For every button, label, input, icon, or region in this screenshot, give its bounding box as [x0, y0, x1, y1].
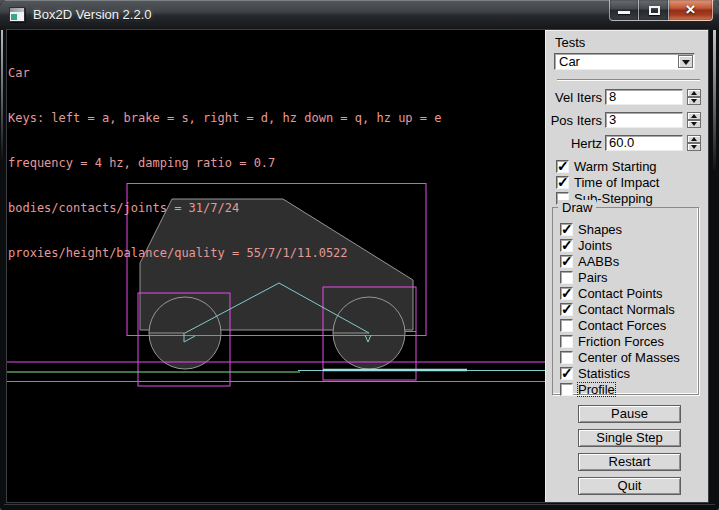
- dropdown-arrow-button[interactable]: [678, 55, 693, 68]
- gl-viewport[interactable]: Car Keys: left = a, brake = s, right = d…: [7, 30, 545, 502]
- bodies-stats-text: bodies/contacts/joints = 31/7/24: [8, 201, 441, 216]
- window-title: Box2D Version 2.2.0: [33, 7, 152, 22]
- tests-label: Tests: [555, 35, 585, 50]
- client-area: Car Keys: left = a, brake = s, right = d…: [7, 30, 708, 502]
- check-icon: ✓: [557, 158, 569, 174]
- minimize-icon: [618, 11, 630, 14]
- shapes-box[interactable]: ✓: [560, 223, 573, 236]
- checkbox-profile[interactable]: ✓ Profile: [560, 382, 615, 396]
- checkbox-contact-normals[interactable]: ✓ Contact Normals: [560, 302, 675, 316]
- shapes-label: Shapes: [578, 223, 622, 236]
- checkbox-center-of-masses[interactable]: ✓ Center of Masses: [560, 350, 680, 364]
- frequency-text: frequency = 4 hz, damping ratio = 0.7: [8, 156, 441, 171]
- app-icon: [9, 7, 25, 22]
- pos-iters-spinner: [687, 112, 701, 128]
- maximize-icon: [649, 6, 660, 15]
- proxies-stats-text: proxies/height/balance/quality = 55/7/1/…: [8, 246, 441, 261]
- checkbox-time-of-impact[interactable]: ✓ Time of Impact: [556, 175, 659, 189]
- test-title-text: Car: [8, 66, 441, 81]
- check-icon: ✓: [561, 365, 573, 381]
- box2d-window: Box2D Version 2.2.0 ×: [0, 0, 719, 510]
- checkbox-friction-forces[interactable]: ✓ Friction Forces: [560, 334, 664, 348]
- pause-button[interactable]: Pause: [578, 405, 681, 423]
- profile-box[interactable]: ✓: [560, 383, 573, 396]
- checkbox-statistics[interactable]: ✓ Statistics: [560, 366, 630, 380]
- pairs-box[interactable]: ✓: [560, 271, 573, 284]
- statistics-label: Statistics: [578, 367, 630, 380]
- window-border-left: [1, 30, 3, 160]
- joints-label: Joints: [578, 239, 612, 252]
- check-icon: ✓: [561, 253, 573, 269]
- vel-iters-label: Vel Iters: [545, 90, 602, 105]
- close-icon: ×: [669, 0, 712, 20]
- checkbox-pairs[interactable]: ✓ Pairs: [560, 270, 608, 284]
- vel-iters-down-button[interactable]: [687, 97, 701, 105]
- vel-iters-input[interactable]: 8: [605, 89, 683, 105]
- aabbs-label: AABBs: [578, 255, 619, 268]
- friction-forces-label: Friction Forces: [578, 335, 664, 348]
- time-of-impact-label: Time of Impact: [574, 176, 659, 189]
- friction-forces-box[interactable]: ✓: [560, 335, 573, 348]
- control-panel: Tests Car Vel Iters 8 Pos Iters 3: [545, 30, 708, 502]
- vel-iters-row: Vel Iters 8: [545, 89, 708, 105]
- check-icon: ✓: [561, 221, 573, 237]
- pos-iters-row: Pos Iters 3: [545, 112, 708, 128]
- checkbox-joints[interactable]: ✓ Joints: [560, 238, 612, 252]
- checkbox-warm-starting[interactable]: ✓ Warm Starting: [556, 159, 657, 173]
- contact-forces-box[interactable]: ✓: [560, 319, 573, 332]
- contact-points-box[interactable]: ✓: [560, 287, 573, 300]
- time-of-impact-box[interactable]: ✓: [556, 176, 569, 189]
- warm-starting-box[interactable]: ✓: [556, 160, 569, 173]
- contact-forces-label: Contact Forces: [578, 319, 666, 332]
- vel-iters-up-button[interactable]: [687, 89, 701, 97]
- warm-starting-label: Warm Starting: [574, 160, 657, 173]
- pos-iters-label: Pos Iters: [545, 113, 602, 128]
- pos-iters-down-button[interactable]: [687, 120, 701, 128]
- contact-normals-label: Contact Normals: [578, 303, 675, 316]
- hertz-down-button[interactable]: [687, 143, 701, 151]
- checkbox-shapes[interactable]: ✓ Shapes: [560, 222, 622, 236]
- maximize-button[interactable]: [639, 0, 669, 21]
- pos-iters-input[interactable]: 3: [605, 112, 683, 128]
- checkbox-aabbs[interactable]: ✓ AABBs: [560, 254, 619, 268]
- tests-dropdown-value: Car: [559, 54, 580, 69]
- debug-text-overlay: Car Keys: left = a, brake = s, right = d…: [8, 36, 441, 291]
- statistics-box[interactable]: ✓: [560, 367, 573, 380]
- checkbox-contact-points[interactable]: ✓ Contact Points: [560, 286, 663, 300]
- pos-iters-up-button[interactable]: [687, 112, 701, 120]
- draw-group-label: Draw: [558, 200, 596, 215]
- window-border-right: [713, 30, 716, 170]
- close-button[interactable]: ×: [669, 0, 713, 21]
- checkbox-contact-forces[interactable]: ✓ Contact Forces: [560, 318, 666, 332]
- title-bar[interactable]: Box2D Version 2.2.0 ×: [0, 0, 719, 30]
- contact-normals-box[interactable]: ✓: [560, 303, 573, 316]
- center-of-masses-label: Center of Masses: [578, 351, 680, 364]
- profile-label: Profile: [578, 383, 615, 396]
- pairs-label: Pairs: [578, 271, 608, 284]
- check-icon: ✓: [561, 237, 573, 253]
- single-step-button[interactable]: Single Step: [578, 429, 681, 447]
- hertz-input[interactable]: 60.0: [605, 135, 683, 151]
- hertz-label: Hertz: [545, 136, 602, 151]
- quit-button[interactable]: Quit: [578, 477, 681, 495]
- check-icon: ✓: [561, 285, 573, 301]
- window-border-bottom: [4, 504, 715, 505]
- minimize-button[interactable]: [609, 0, 639, 21]
- check-icon: ✓: [561, 301, 573, 317]
- keys-help-text: Keys: left = a, brake = s, right = d, hz…: [8, 111, 441, 126]
- center-of-masses-box[interactable]: ✓: [560, 351, 573, 364]
- contact-points-label: Contact Points: [578, 287, 663, 300]
- caption-buttons: ×: [609, 0, 713, 22]
- vel-iters-spinner: [687, 89, 701, 105]
- tests-dropdown[interactable]: Car: [554, 53, 695, 70]
- joints-box[interactable]: ✓: [560, 239, 573, 252]
- check-icon: ✓: [557, 174, 569, 190]
- hertz-row: Hertz 60.0: [545, 135, 708, 151]
- aabbs-box[interactable]: ✓: [560, 255, 573, 268]
- restart-button[interactable]: Restart: [578, 453, 681, 471]
- separator: [557, 79, 700, 81]
- hertz-spinner: [687, 135, 701, 151]
- hertz-up-button[interactable]: [687, 135, 701, 143]
